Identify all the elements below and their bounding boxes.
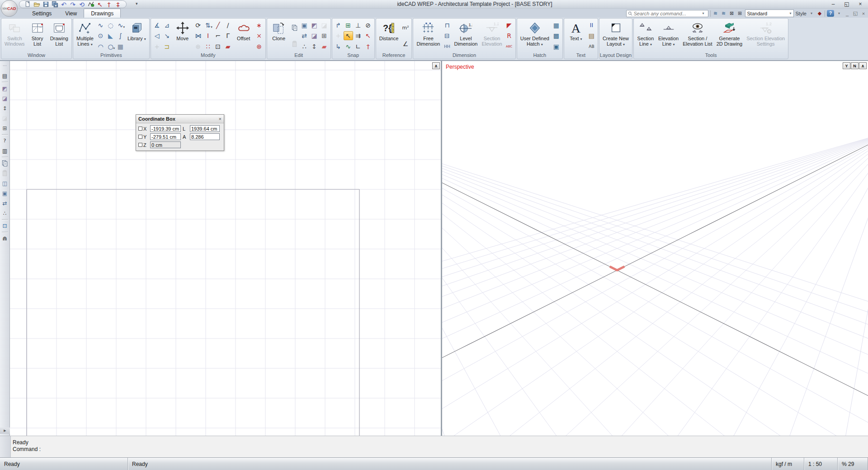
orthogonal-snap-icon[interactable]: ∟ (354, 42, 363, 51)
endpoint-snap-icon[interactable]: † (363, 42, 373, 51)
text-leader-icon[interactable]: ABC (505, 42, 514, 51)
nearest-snap-icon[interactable]: ↖ (363, 31, 373, 40)
z-coordinate-field[interactable] (150, 141, 181, 148)
layers-icon[interactable]: ⊡ (1, 222, 9, 230)
layer-combo[interactable]: Standard ▾ (745, 9, 794, 17)
properties-panel-icon[interactable]: ▤ (1, 72, 9, 80)
snap-pointer-icon[interactable]: ↖ (96, 1, 104, 8)
wall-dimension-icon[interactable]: HH (442, 42, 452, 51)
snap-vertical-icon[interactable]: † (105, 1, 113, 8)
layer-list-icon[interactable]: ≋ (721, 10, 727, 17)
area-icon[interactable]: m² (401, 24, 410, 33)
engineer-mode-icon[interactable]: ◆ (816, 10, 823, 17)
level-dimension-button[interactable]: 1.2LevelDimension (452, 19, 479, 52)
view-filter-button[interactable]: Y (843, 62, 850, 69)
style-dropdown-icon[interactable]: ▾ (808, 10, 815, 17)
tab-drawings[interactable]: Drawings (84, 9, 121, 18)
new-document-icon[interactable] (24, 1, 31, 8)
polyline-lock-icon[interactable] (87, 1, 94, 8)
layer-visibility-icon[interactable]: ⊠ (729, 10, 735, 17)
scale-icon[interactable]: ⇅▾ (203, 21, 213, 30)
text-cursor-icon[interactable]: II (587, 21, 596, 30)
clone-button[interactable]: Clone (269, 19, 289, 52)
flip-tool-icon[interactable]: ⇄ (1, 199, 9, 207)
z-lock-checkbox[interactable]: Z (138, 142, 148, 148)
solid-fill-icon[interactable]: ▩ (552, 31, 561, 40)
angle-query-icon[interactable]: ∠ (401, 39, 410, 48)
help-dropdown-icon[interactable]: ▾ (836, 10, 842, 17)
revision-cloud-icon[interactable]: ◌ (106, 21, 115, 30)
angle-field[interactable] (190, 133, 220, 140)
snap-dimension-icon[interactable]: ‡ (114, 1, 122, 8)
fillet-icon[interactable]: ⌐ (213, 31, 223, 40)
revert-view-icon[interactable]: ⟲ (78, 1, 85, 8)
help-button[interactable]: ? (827, 10, 834, 17)
distance-tool-icon[interactable]: ? (1, 137, 9, 145)
free-dimension-button[interactable]: FreeDimension (415, 19, 442, 52)
copy-selection-icon[interactable]: ◪ (310, 31, 319, 40)
report-document-icon[interactable]: ▥ (1, 147, 9, 155)
text-style-icon[interactable]: AB (587, 42, 596, 51)
filled-triangle-icon[interactable]: ◣ (106, 31, 115, 40)
close-icon[interactable]: × (219, 116, 222, 122)
import-text-icon[interactable]: ▤ (587, 31, 596, 40)
pane-maximize-button[interactable]: ∧ (859, 62, 867, 69)
clone-tool-icon[interactable]: ◫ (1, 179, 9, 187)
minimize-button[interactable]: – (826, 0, 840, 8)
polyline-snap-lock-icon[interactable]: ∿ (344, 42, 353, 51)
tab-view[interactable]: View (58, 9, 84, 18)
hatch-boundary-icon[interactable]: ▣ (552, 42, 561, 51)
pane-maximize-button[interactable]: ∧ (432, 62, 440, 69)
offset-button[interactable]: Offset (233, 19, 254, 52)
toolbar-overflow-icon[interactable]: ▾ (136, 1, 138, 6)
save-icon[interactable] (42, 1, 49, 8)
array-icon[interactable]: ∷ (203, 42, 213, 51)
insert-image-icon[interactable]: ▦ (116, 42, 125, 51)
distance-button[interactable]: ?{Distance (377, 19, 401, 52)
intersect-icon[interactable]: × (255, 31, 264, 40)
rectangle-edit-icon[interactable]: ⊡ (213, 42, 223, 51)
y-lock-checkbox[interactable]: Y (138, 134, 148, 140)
coordinate-box-titlebar[interactable]: Coordinate Box × (136, 115, 224, 123)
x-coordinate-field[interactable] (150, 125, 181, 132)
group-copy-icon[interactable]: ▣ (300, 21, 309, 30)
rotate-icon[interactable]: ⟳ (193, 21, 203, 30)
spline-icon[interactable]: ∫ (116, 31, 125, 40)
mirror-icon[interactable]: ⋈ (193, 31, 203, 40)
explode-icon[interactable]: ⊛ (255, 42, 264, 51)
tangent-icon[interactable]: ◁ (152, 31, 162, 40)
search-input[interactable] (634, 11, 699, 16)
trim-icon[interactable]: ╱ (213, 21, 223, 30)
search-dropdown-icon[interactable]: ▾ (700, 10, 707, 17)
hatch-pattern-icon[interactable]: ▦ (552, 21, 561, 30)
group-tool-icon[interactable]: ▣ (1, 189, 9, 197)
leader-icon[interactable]: ⊐ (162, 42, 172, 51)
parallel-snap-icon[interactable]: ⇉ (354, 31, 363, 40)
close-button[interactable]: × (854, 0, 867, 8)
elevation-line-button[interactable]: ElevationLine ▾ (656, 19, 680, 52)
drag-stretch-icon[interactable]: ↕ (1, 104, 9, 112)
erase-selection-icon[interactable]: ▰ (320, 42, 329, 51)
move-selection-icon[interactable]: ◩ (310, 21, 319, 30)
table-select-icon[interactable]: ⊞ (320, 31, 329, 40)
grid-snap-lock-icon[interactable]: ⊞ (344, 21, 353, 30)
circle-icon[interactable]: ⊙ (96, 31, 105, 40)
drag-copy-icon[interactable]: ◪ (1, 94, 9, 102)
drawing-pane-2d[interactable]: ∧ (10, 61, 441, 436)
layer-states-icon[interactable]: ≋ (712, 10, 719, 17)
move-button[interactable]: Move (172, 19, 193, 52)
layer-lock-icon[interactable]: ⊞ (737, 10, 743, 17)
length-field[interactable] (190, 125, 220, 132)
cursor-snap-icon[interactable]: ↳ (334, 42, 343, 51)
freehand-line-icon[interactable]: ∿▾ (116, 21, 125, 30)
multiple-lines-button[interactable]: MultipleLines ▾ (75, 19, 95, 52)
mdi-close-button[interactable]: × (860, 10, 867, 17)
chain-dimension-icon[interactable]: ⊓ (442, 21, 452, 30)
point-snap-lock-icon[interactable]: ↖ (344, 31, 353, 40)
text-button[interactable]: AText ▾ (566, 19, 586, 52)
arc-icon[interactable]: ◠ (96, 42, 105, 51)
section-line-button[interactable]: SectionLine ▾ (635, 19, 656, 52)
angle-dimension-icon[interactable]: ◤ (505, 21, 514, 30)
extend-icon[interactable]: ∕ (223, 21, 233, 30)
table-edit-icon[interactable]: ⊞ (1, 124, 9, 132)
